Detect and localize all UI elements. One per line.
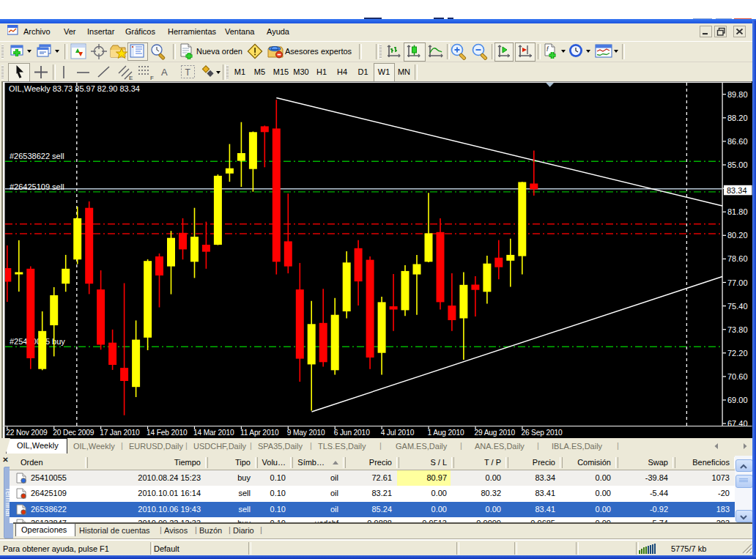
svg-text:6 Jun 2010: 6 Jun 2010	[334, 429, 370, 437]
svg-text:4 Jul 2010: 4 Jul 2010	[381, 429, 415, 437]
svg-text:F: F	[150, 75, 154, 81]
svg-text:OIL,Weekly 83.73 85.97 82.90: OIL,Weekly 83.73 85.97 82.90 83.34	[9, 84, 140, 93]
svg-text:#26425109 sell: #26425109 sell	[10, 182, 64, 191]
svg-text:69.00: 69.00	[727, 396, 748, 404]
svg-text:9 May 2010: 9 May 2010	[287, 429, 325, 437]
svg-text:17 Jan 2010: 17 Jan 2010	[100, 429, 140, 437]
svg-text:70.60: 70.60	[727, 372, 748, 381]
svg-text:29 Aug 2010: 29 Aug 2010	[475, 429, 516, 437]
svg-text:86.60: 86.60	[727, 137, 748, 146]
svg-text:22 Nov 2009: 22 Nov 2009	[6, 429, 48, 437]
svg-text:75.40: 75.40	[727, 302, 748, 311]
svg-text:1 Aug 2010: 1 Aug 2010	[428, 429, 465, 437]
svg-text:T: T	[185, 67, 191, 78]
svg-text:11 Apr 2010: 11 Apr 2010	[240, 429, 279, 437]
svg-text:72.20: 72.20	[727, 349, 748, 358]
svg-text:83.34: 83.34	[727, 186, 747, 195]
svg-text:81.80: 81.80	[727, 207, 748, 216]
svg-text:73.80: 73.80	[727, 325, 748, 334]
svg-text:77.00: 77.00	[727, 278, 748, 287]
svg-text:#26538622 sell: #26538622 sell	[10, 152, 64, 160]
svg-text:26 Sep 2010: 26 Sep 2010	[521, 429, 563, 437]
svg-text:#25410055 buy: #25410055 buy	[10, 337, 65, 346]
svg-text:85.00: 85.00	[727, 160, 748, 169]
svg-text:20 Dec 2009: 20 Dec 2009	[53, 429, 94, 437]
svg-text:14 Mar 2010: 14 Mar 2010	[193, 429, 234, 437]
svg-text:67.40: 67.40	[727, 419, 748, 428]
svg-text:E: E	[129, 75, 133, 81]
svg-text:80.20: 80.20	[727, 231, 748, 240]
svg-text:88.20: 88.20	[727, 114, 748, 122]
svg-text:14 Feb 2010: 14 Feb 2010	[147, 429, 188, 437]
svg-text:78.60: 78.60	[727, 254, 748, 263]
svg-text:89.80: 89.80	[727, 90, 748, 99]
